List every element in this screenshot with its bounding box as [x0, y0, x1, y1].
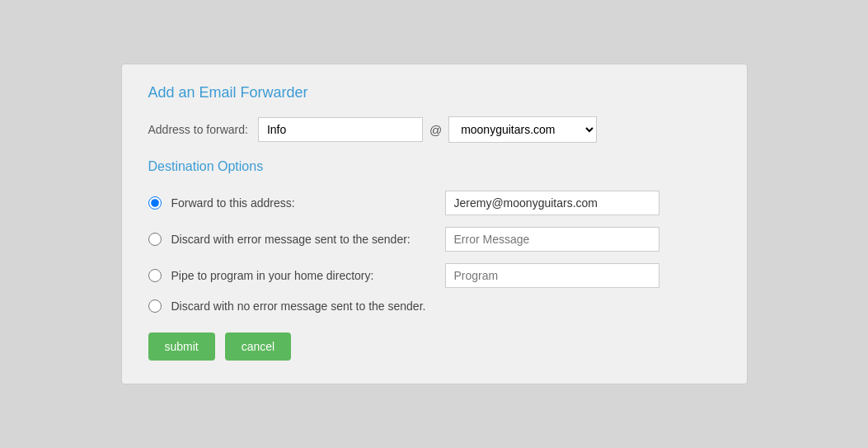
destination-options: Forward to this address: Discard with er… — [148, 191, 720, 313]
address-label: Address to forward: — [148, 123, 248, 136]
option-row-pipe: Pipe to program in your home directory: — [148, 263, 720, 288]
address-input[interactable] — [258, 117, 423, 142]
submit-button[interactable]: submit — [148, 332, 215, 361]
radio-forward[interactable] — [148, 196, 162, 210]
option-row-discard-no-error: Discard with no error message sent to th… — [148, 299, 720, 313]
program-input[interactable] — [445, 263, 659, 288]
domain-select[interactable]: moonyguitars.com — [448, 116, 597, 143]
error-message-input[interactable] — [445, 227, 659, 252]
form-title: Add an Email Forwarder — [148, 84, 720, 101]
destination-title: Destination Options — [148, 159, 720, 174]
radio-discard-no-error[interactable] — [148, 299, 162, 313]
address-row: Address to forward: @ moonyguitars.com — [148, 116, 720, 143]
radio-pipe[interactable] — [148, 269, 162, 282]
buttons-row: submit cancel — [148, 332, 720, 361]
option-row-forward: Forward to this address: — [148, 191, 720, 215]
forward-address-input[interactable] — [445, 191, 659, 215]
label-pipe: Pipe to program in your home directory: — [171, 269, 435, 282]
cancel-button[interactable]: cancel — [225, 332, 291, 361]
email-forwarder-form: Add an Email Forwarder Address to forwar… — [121, 64, 748, 384]
label-forward: Forward to this address: — [171, 196, 435, 210]
radio-discard-error[interactable] — [148, 233, 162, 246]
label-discard-error: Discard with error message sent to the s… — [171, 233, 435, 246]
label-discard-no-error: Discard with no error message sent to th… — [171, 299, 435, 313]
option-row-discard-error: Discard with error message sent to the s… — [148, 227, 720, 252]
at-symbol: @ — [429, 123, 442, 137]
